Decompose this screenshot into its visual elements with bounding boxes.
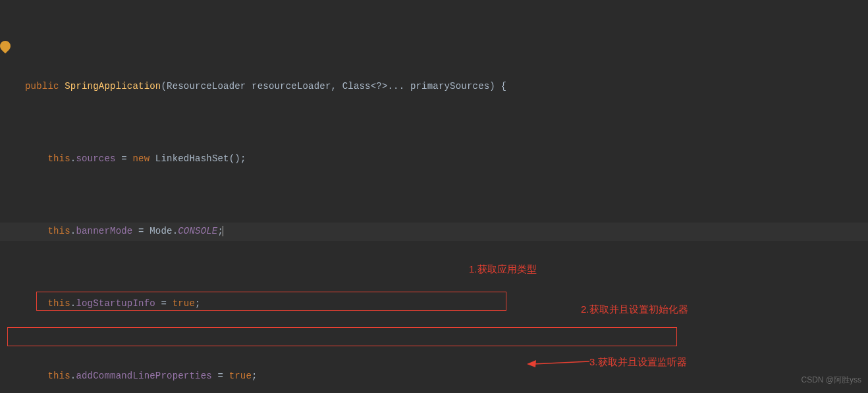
code-line: this.addCommandLineProperties = true; — [0, 367, 868, 386]
code-editor[interactable]: public SpringApplication(ResourceLoader … — [0, 0, 868, 393]
intention-bulb-icon[interactable] — [0, 39, 13, 54]
svg-line-0 — [533, 361, 589, 364]
code-line: this.logStartupInfo = true; — [0, 295, 868, 313]
code-line: public SpringApplication(ResourceLoader … — [0, 78, 868, 96]
annotation-1: 1.获取应用类型 — [469, 260, 537, 278]
arrow-icon — [527, 359, 589, 368]
highlight-box-2 — [7, 327, 677, 346]
svg-marker-1 — [527, 360, 536, 367]
code-line: this.bannerMode = Mode.CONSOLE; — [0, 223, 868, 241]
annotation-2: 2.获取并且设置初始化器 — [581, 300, 688, 319]
text-cursor — [223, 226, 223, 236]
annotation-3: 3.获取并且设置监听器 — [589, 353, 687, 371]
code-line: this.sources = new LinkedHashSet(); — [0, 150, 868, 169]
watermark: CSDN @阿胜yss — [801, 371, 861, 390]
